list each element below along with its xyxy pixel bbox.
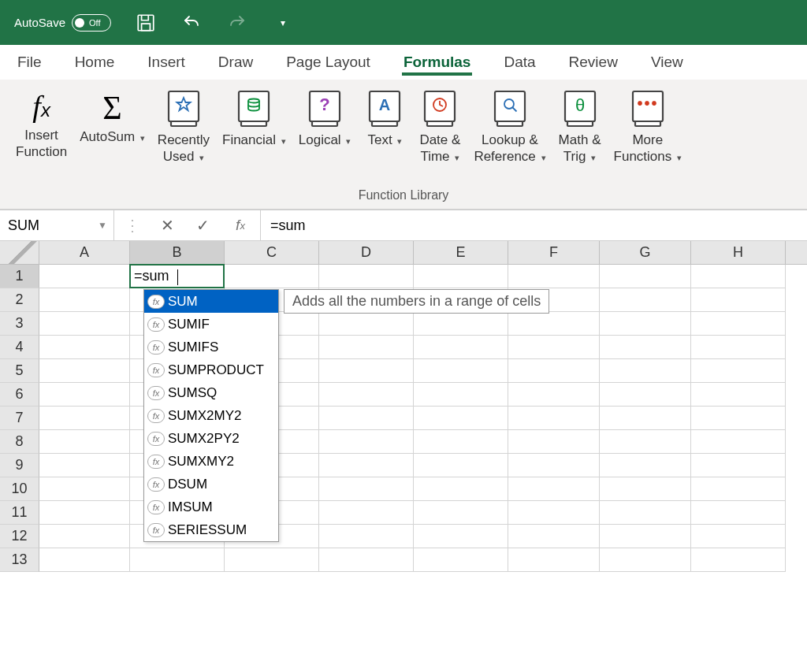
cell-H7[interactable] [691, 407, 786, 430]
cell-G7[interactable] [600, 407, 691, 430]
cell-F1[interactable] [508, 265, 600, 288]
formula-input-wrap[interactable] [261, 210, 807, 240]
cell-G2[interactable] [600, 288, 691, 312]
cell-H10[interactable] [691, 477, 786, 501]
autocomplete-item-seriessum[interactable]: fxSERIESSUM [144, 518, 278, 541]
quick-access-dropdown-icon[interactable]: ▾ [272, 12, 294, 34]
cell-H13[interactable] [691, 548, 786, 572]
cell-E12[interactable] [414, 525, 508, 548]
cell-F10[interactable] [508, 477, 600, 501]
cell-E11[interactable] [414, 501, 508, 525]
ribbon-btn-lookup-reference[interactable]: Lookup &Reference ▾ [467, 86, 552, 169]
cell-E1[interactable] [414, 265, 508, 288]
col-header-C[interactable]: C [225, 241, 319, 264]
formula-options-icon[interactable]: ⋮ [114, 216, 150, 235]
formula-autocomplete[interactable]: fxSUMfxSUMIFfxSUMIFSfxSUMPRODUCTfxSUMSQf… [143, 289, 279, 542]
cell-H4[interactable] [691, 336, 786, 359]
ribbon-btn-financial[interactable]: Financial ▾ [216, 86, 292, 151]
cell-D12[interactable] [319, 525, 414, 548]
col-header-D[interactable]: D [319, 241, 414, 264]
row-header-2[interactable]: 2 [0, 288, 39, 312]
autocomplete-item-sumxmy2[interactable]: fxSUMXMY2 [144, 450, 278, 473]
ribbon-btn-recently-used[interactable]: RecentlyUsed ▾ [151, 86, 216, 169]
cell-D5[interactable] [319, 359, 414, 383]
ribbon-btn-autosum[interactable]: ΣAutoSum ▾ [73, 86, 151, 148]
autocomplete-item-sumx2py2[interactable]: fxSUMX2PY2 [144, 427, 278, 450]
cell-G11[interactable] [600, 501, 691, 525]
cell-A4[interactable] [39, 336, 130, 359]
cell-A2[interactable] [39, 288, 130, 312]
toggle-switch[interactable]: Off [72, 14, 111, 32]
save-icon[interactable] [135, 12, 157, 34]
cell-B1[interactable] [130, 265, 225, 288]
cell-G12[interactable] [600, 525, 691, 548]
formula-input[interactable] [270, 217, 798, 234]
tab-draw[interactable]: Draw [217, 49, 255, 76]
tab-insert[interactable]: Insert [146, 49, 187, 76]
cell-G1[interactable] [600, 265, 691, 288]
cell-D6[interactable] [319, 383, 414, 407]
tab-review[interactable]: Review [567, 49, 619, 76]
cell-E8[interactable] [414, 430, 508, 454]
cell-A9[interactable] [39, 454, 130, 477]
cell-A13[interactable] [39, 548, 130, 572]
cell-C1[interactable] [225, 265, 319, 288]
cell-H3[interactable] [691, 312, 786, 336]
tab-home[interactable]: Home [73, 49, 117, 76]
tab-view[interactable]: View [649, 49, 685, 76]
col-header-F[interactable]: F [508, 241, 600, 264]
cell-G4[interactable] [600, 336, 691, 359]
autocomplete-item-sumproduct[interactable]: fxSUMPRODUCT [144, 358, 278, 381]
cell-C13[interactable] [225, 548, 319, 572]
cancel-icon[interactable]: ✕ [150, 216, 185, 235]
cell-G9[interactable] [600, 454, 691, 477]
name-box[interactable]: SUM ▼ [0, 210, 114, 240]
col-header-A[interactable]: A [39, 241, 130, 264]
cell-D3[interactable] [319, 312, 414, 336]
ribbon-btn-text[interactable]: AText ▾ [357, 86, 412, 151]
tab-data[interactable]: Data [502, 49, 537, 76]
cell-D10[interactable] [319, 477, 414, 501]
cell-B13[interactable] [130, 548, 225, 572]
row-header-6[interactable]: 6 [0, 383, 39, 407]
ribbon-btn-logical[interactable]: ?Logical ▾ [292, 86, 358, 151]
tab-file[interactable]: File [16, 49, 43, 76]
cells-area[interactable]: =sum fxSUMfxSUMIFfxSUMIFSfxSUMPRODUCTfxS… [39, 265, 807, 572]
autocomplete-item-imsum[interactable]: fxIMSUM [144, 496, 278, 518]
cell-G13[interactable] [600, 548, 691, 572]
undo-icon[interactable] [180, 12, 203, 34]
cell-F11[interactable] [508, 501, 600, 525]
row-header-3[interactable]: 3 [0, 312, 39, 336]
col-header-H[interactable]: H [691, 241, 786, 264]
cell-E9[interactable] [414, 454, 508, 477]
autocomplete-item-sumsq[interactable]: fxSUMSQ [144, 381, 278, 404]
cell-D11[interactable] [319, 501, 414, 525]
cell-D9[interactable] [319, 454, 414, 477]
enter-icon[interactable]: ✓ [185, 216, 221, 235]
cell-A11[interactable] [39, 501, 130, 525]
cell-H2[interactable] [691, 288, 786, 312]
cell-F6[interactable] [508, 383, 600, 407]
cell-A6[interactable] [39, 383, 130, 407]
cell-D7[interactable] [319, 407, 414, 430]
cell-A12[interactable] [39, 525, 130, 548]
row-header-1[interactable]: 1 [0, 265, 39, 288]
cell-E3[interactable] [414, 312, 508, 336]
cell-G3[interactable] [600, 312, 691, 336]
cell-A3[interactable] [39, 312, 130, 336]
cell-H8[interactable] [691, 430, 786, 454]
cell-A8[interactable] [39, 430, 130, 454]
cell-F8[interactable] [508, 430, 600, 454]
col-header-B[interactable]: B [130, 241, 225, 264]
row-header-10[interactable]: 10 [0, 477, 39, 501]
row-header-8[interactable]: 8 [0, 430, 39, 454]
cell-E7[interactable] [414, 407, 508, 430]
cell-D8[interactable] [319, 430, 414, 454]
cell-D13[interactable] [319, 548, 414, 572]
cell-H11[interactable] [691, 501, 786, 525]
autosave-toggle[interactable]: AutoSave Off [14, 14, 111, 32]
cell-A5[interactable] [39, 359, 130, 383]
select-all-corner[interactable] [0, 241, 39, 264]
cell-D4[interactable] [319, 336, 414, 359]
cell-F13[interactable] [508, 548, 600, 572]
